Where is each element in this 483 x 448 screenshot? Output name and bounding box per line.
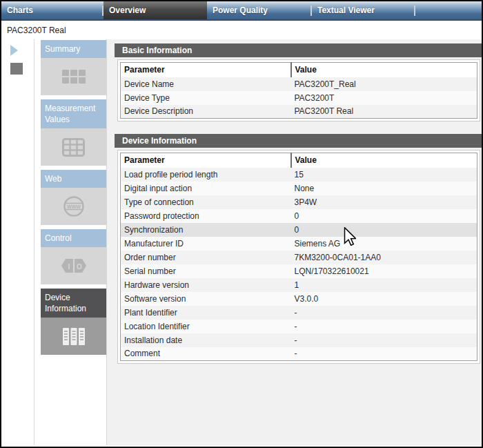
table-row: Device Description PAC3200T Real [121, 105, 477, 119]
parameter-cell: Device Description [121, 105, 291, 119]
tab-charts[interactable]: Charts [1, 1, 102, 19]
table-row: Device Type PAC3200T [121, 91, 477, 105]
parameter-cell: Manufacturer ID [121, 237, 291, 251]
value-cell: - [291, 347, 477, 361]
table-row: Serial number LQN/170322610021 [121, 264, 477, 278]
table-header-row: Parameter Value [121, 63, 477, 77]
sidebar-item-control[interactable]: Control I O [41, 229, 106, 284]
parameter-cell: Device Name [121, 77, 291, 91]
measurement-table-icon [62, 138, 85, 157]
device-title: PAC3200T Real [7, 26, 66, 35]
sidebar-item-web[interactable]: Web WWW [41, 170, 106, 225]
sidebar-item-summary[interactable]: Summary [41, 40, 106, 95]
parameter-cell: Comment [121, 347, 291, 361]
section-title: Basic Information [122, 46, 192, 55]
device-information-panel: Parameter Value Load profile period leng… [117, 150, 480, 364]
table-row: Software version V3.0.0 [121, 292, 477, 306]
value-cell: - [291, 306, 477, 320]
play-button[interactable] [10, 45, 19, 56]
column-header-value: Value [291, 153, 477, 168]
view-navigation: Summary Measurement V [34, 39, 106, 445]
app-window: Charts Overview Power Quality Textual Vi… [0, 0, 483, 448]
parameter-cell: Load profile period length [121, 168, 291, 182]
svg-text:O: O [77, 263, 82, 271]
svg-text:I: I [68, 263, 70, 271]
parameter-cell: Order number [121, 251, 291, 264]
value-cell: 7KM3200-0CA01-1AA0 [291, 251, 477, 264]
value-cell: PAC3200T [291, 91, 477, 105]
table-row: Installation date - [121, 333, 477, 347]
io-icon: I O [61, 258, 86, 273]
column-header-value: Value [291, 63, 477, 77]
value-cell: 15 [291, 168, 477, 182]
main-content: Basic Information Parameter Value Device… [106, 39, 482, 445]
globe-www-icon: WWW [62, 195, 86, 217]
tab-power-quality[interactable]: Power Quality [207, 1, 310, 19]
value-cell: 0 [291, 209, 477, 223]
table-row: Location Identifier - [121, 320, 477, 333]
table-row-hovered: Synchronization 0 [121, 223, 477, 237]
column-header-parameter: Parameter [121, 153, 291, 168]
table-row: Digital input action None [121, 182, 477, 195]
sidebar-item-measurement-values[interactable]: Measurement Values [41, 99, 106, 166]
table-row: Comment - [121, 347, 477, 361]
value-cell: None [291, 182, 477, 195]
sidebar-item-label: Web [41, 170, 106, 188]
value-cell: - [291, 333, 477, 347]
parameter-cell: Digital input action [121, 182, 291, 195]
value-cell: - [291, 320, 477, 333]
value-cell: 1 [291, 278, 477, 292]
table-row: Password protection 0 [121, 209, 477, 223]
basic-information-table: Parameter Value Device Name PAC3200T_Rea… [120, 62, 477, 119]
parameter-cell: Installation date [121, 333, 291, 347]
sidebar-item-label: Control [41, 229, 106, 247]
basic-information-panel: Parameter Value Device Name PAC3200T_Rea… [117, 59, 480, 121]
table-row: Order number 7KM3200-0CA01-1AA0 [121, 251, 477, 264]
device-information-table: Parameter Value Load profile period leng… [120, 153, 477, 361]
section-title: Device Information [122, 136, 197, 146]
value-cell: V3.0.0 [291, 292, 477, 306]
device-documents-icon [62, 327, 86, 346]
device-title-bar: PAC3200T Real [1, 21, 482, 39]
table-row: Hardware version 1 [121, 278, 477, 292]
value-cell: 0 [291, 223, 477, 237]
table-row: Manufacturer ID Siemens AG [121, 237, 477, 251]
summary-grid-icon [62, 70, 86, 84]
table-row: Type of connection 3P4W [121, 195, 477, 209]
sidebar-item-label: Measurement Values [41, 99, 106, 128]
table-row: Load profile period length 15 [121, 168, 477, 182]
value-cell: PAC3200T_Real [291, 77, 477, 91]
parameter-cell: Synchronization [121, 223, 291, 237]
table-row: Device Name PAC3200T_Real [121, 77, 477, 91]
sidebar-item-label: Summary [41, 40, 106, 58]
section-header-device-information: Device Information [115, 134, 482, 148]
left-control-strip [1, 39, 34, 445]
parameter-cell: Type of connection [121, 195, 291, 209]
column-header-parameter: Parameter [121, 63, 291, 77]
section-header-basic-information: Basic Information [115, 43, 482, 57]
parameter-cell: Serial number [121, 264, 291, 278]
stop-button[interactable] [10, 63, 23, 75]
play-icon [10, 45, 19, 56]
parameter-cell: Location Identifier [121, 320, 291, 333]
parameter-cell: Device Type [121, 91, 291, 105]
tab-textual-viewer[interactable]: Textual Viewer [312, 1, 414, 19]
tab-overview[interactable]: Overview [103, 1, 207, 19]
value-cell: 3P4W [291, 195, 477, 209]
tab-bar: Charts Overview Power Quality Textual Vi… [1, 1, 482, 21]
sidebar-item-label: Device Information [41, 289, 106, 318]
value-cell: Siemens AG [291, 237, 477, 251]
sidebar-item-device-information[interactable]: Device Information [41, 289, 106, 355]
parameter-cell: Hardware version [121, 278, 291, 292]
parameter-cell: Software version [121, 292, 291, 306]
table-row: Plant Identifier - [121, 306, 477, 320]
parameter-cell: Password protection [121, 209, 291, 223]
parameter-cell: Plant Identifier [121, 306, 291, 320]
value-cell: PAC3200T Real [291, 105, 477, 119]
table-header-row: Parameter Value [121, 153, 477, 168]
svg-text:WWW: WWW [67, 204, 81, 209]
tab-bar-filler [415, 1, 482, 19]
value-cell: LQN/170322610021 [291, 264, 477, 278]
